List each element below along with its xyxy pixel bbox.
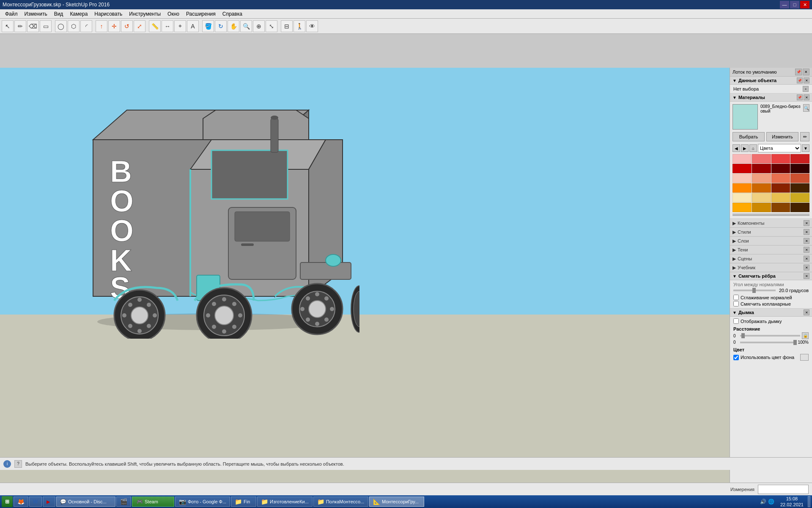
color-swatch[interactable] [771, 183, 790, 193]
color-swatch[interactable] [752, 154, 771, 163]
color-category-select[interactable]: Цвета [758, 144, 801, 152]
color-swatch[interactable] [752, 193, 771, 202]
panel-pin-btn[interactable]: 📌 [795, 69, 802, 75]
change-material-btn[interactable]: Изменить [766, 132, 798, 141]
mat-close[interactable]: ✕ [804, 94, 809, 100]
protractor-tool[interactable]: ⌖ [174, 20, 186, 32]
sample-btn[interactable]: 🔍 [803, 104, 809, 112]
taskbar-folder2[interactable]: 📁 ИзготовлениеКи... [257, 497, 313, 507]
start-button[interactable]: ⊞ [2, 496, 13, 507]
menu-file[interactable]: Файл [2, 10, 21, 18]
zoom-tool[interactable]: 🔍 [240, 20, 252, 32]
taskbar-clock[interactable]: 15:08 22.02.2021 [777, 496, 807, 508]
fog-section-header[interactable]: ▼ Дымка ✕ [730, 309, 812, 317]
color-swatch[interactable] [752, 203, 771, 212]
dist-slider-near[interactable] [741, 333, 745, 338]
color-swatch[interactable] [790, 183, 809, 193]
taskbar-fin[interactable]: 📁 Fin [231, 497, 256, 507]
color-swatch[interactable] [790, 193, 809, 202]
dimension-tool[interactable]: ↔ [162, 20, 173, 32]
color-swatch[interactable] [732, 174, 752, 183]
taskbar-discord[interactable]: 💬 Основной - Disc... [56, 497, 115, 507]
taskbar-photos[interactable]: 📷 Фото - Google Ф... [175, 497, 230, 507]
fog-close[interactable]: ✕ [804, 309, 809, 315]
walk-tool[interactable]: 🚶 [294, 20, 305, 32]
smooth-close[interactable]: ✕ [804, 273, 809, 279]
rotate-tool[interactable]: ↺ [121, 20, 133, 32]
scenes-section[interactable]: ▶ Сцены ✕ [730, 254, 812, 263]
zoom-extents-tool[interactable]: ⤡ [266, 20, 277, 32]
orbit-tool[interactable]: ↻ [215, 20, 227, 32]
arc-tool[interactable]: ◜ [80, 20, 92, 32]
polygon-tool[interactable]: ⬡ [68, 20, 80, 32]
color-swatch[interactable] [732, 164, 752, 173]
eraser-tool[interactable]: ⌫ [27, 20, 39, 32]
push-pull-tool[interactable]: ↑ [96, 20, 107, 32]
look-around-tool[interactable]: 👁 [306, 20, 318, 32]
select-material-btn[interactable]: Выбрать [732, 132, 765, 141]
color-swatch[interactable] [771, 203, 790, 212]
menu-camera[interactable]: Камера [66, 10, 91, 18]
obj-data-close[interactable]: ✕ [804, 77, 809, 83]
move-tool[interactable]: ✛ [108, 20, 120, 32]
color-swatch[interactable] [752, 174, 771, 183]
shadows-close[interactable]: ✕ [804, 247, 809, 253]
color-swatch[interactable] [790, 174, 809, 183]
tutorial-section[interactable]: ▶ Учебник ✕ [730, 263, 812, 272]
color-nav-home[interactable]: ⌂ [749, 144, 757, 152]
menu-edit[interactable]: Изменить [21, 10, 51, 18]
menu-help[interactable]: Справка [219, 10, 246, 18]
taskbar-word[interactable]: W [29, 497, 42, 507]
scenes-close[interactable]: ✕ [804, 256, 809, 262]
color-swatch[interactable] [732, 154, 752, 163]
fog-color-swatch[interactable] [800, 354, 809, 361]
comp-close[interactable]: ✕ [804, 220, 809, 226]
taskbar-sketchup[interactable]: 📐 МонтессориГру... [369, 497, 424, 507]
menu-draw[interactable]: Нарисовать [91, 10, 126, 18]
color-swatch[interactable] [790, 154, 809, 163]
edit-material-btn[interactable]: ✏ [800, 132, 809, 141]
color-swatch[interactable] [790, 203, 809, 212]
taskbar-video[interactable]: 🎬 [116, 497, 131, 507]
color-swatch[interactable] [752, 164, 771, 173]
angle-slider-thumb[interactable] [752, 288, 756, 293]
materials-section-header[interactable]: ▼ Материалы 📌 ✕ [730, 94, 812, 102]
add-data-btn[interactable]: + [803, 86, 809, 92]
dist-slider-far[interactable] [793, 340, 797, 345]
rect-tool[interactable]: ▭ [40, 20, 52, 32]
section-plane-tool[interactable]: ⊟ [281, 20, 293, 32]
color-details-btn[interactable]: ▼ [802, 144, 809, 152]
maximize-button[interactable]: □ [790, 1, 799, 8]
color-nav-back[interactable]: ◀ [732, 144, 740, 152]
layers-section[interactable]: ▶ Слои ✕ [730, 237, 812, 246]
menu-view[interactable]: Вид [51, 10, 67, 18]
color-swatch[interactable] [790, 164, 809, 173]
tape-tool[interactable]: 📏 [149, 20, 161, 32]
text-tool[interactable]: A [187, 20, 199, 32]
styles-section[interactable]: ▶ Стили ✕ [730, 228, 812, 237]
smooth-edges-section[interactable]: ▼ Смягчить рёбра ✕ [730, 272, 812, 280]
shadows-section[interactable]: ▶ Тени ✕ [730, 246, 812, 254]
panel-close-btn[interactable]: ✕ [803, 69, 809, 75]
pan-tool[interactable]: ✋ [228, 20, 239, 32]
close-button[interactable]: ✕ [800, 1, 809, 8]
obj-data-pin[interactable]: 📌 [797, 77, 803, 83]
color-swatch[interactable] [732, 183, 752, 193]
tutorial-close[interactable]: ✕ [804, 265, 809, 271]
taskbar-folder3[interactable]: 📁 ПолкаМонтессо... [313, 497, 368, 507]
smooth-coplanar-check[interactable] [733, 301, 739, 306]
canvas-area[interactable]: B O O K S [0, 68, 730, 508]
show-desktop-btn[interactable] [808, 496, 810, 507]
color-swatch[interactable] [732, 193, 752, 202]
menu-extensions[interactable]: Расширения [183, 10, 219, 18]
zoom-window-tool[interactable]: ⊕ [253, 20, 265, 32]
color-swatch[interactable] [771, 164, 790, 173]
taskbar-steam[interactable]: 🎮 Steam [132, 497, 174, 507]
color-swatch[interactable] [732, 203, 752, 212]
styles-close[interactable]: ✕ [804, 229, 809, 235]
color-nav-fwd[interactable]: ▶ [741, 144, 749, 152]
circle-tool[interactable]: ◯ [55, 20, 67, 32]
select-tool[interactable]: ↖ [2, 20, 14, 32]
paint-tool[interactable]: 🪣 [202, 20, 214, 32]
color-swatch[interactable] [771, 193, 790, 202]
